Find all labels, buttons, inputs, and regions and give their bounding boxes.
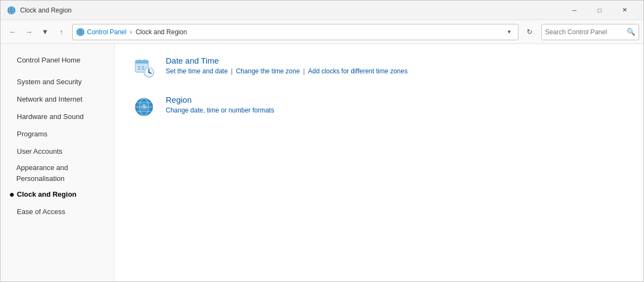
title-bar-icon — [7, 6, 16, 15]
refresh-button[interactable]: ↻ — [522, 24, 537, 40]
breadcrumb-control-panel[interactable]: Control Panel — [87, 28, 127, 36]
date-time-content: Date and Time Set the time and date | Ch… — [166, 55, 408, 75]
region-section: Region Change date, time or number forma… — [131, 94, 627, 120]
add-clocks-link[interactable]: Add clocks for different time zones — [308, 67, 408, 75]
window: Clock and Region ─ □ ✕ ← → ▼ ↑ Control — [0, 0, 644, 282]
search-input[interactable] — [545, 28, 627, 36]
search-icon: 🔍 — [627, 28, 635, 36]
sidebar-item-programs[interactable]: Programs — [1, 126, 114, 143]
sidebar-item-appearance[interactable]: Appearance and Personalisation — [1, 160, 114, 186]
title-bar-title: Clock and Region — [20, 7, 562, 14]
region-content: Region Change date, time or number forma… — [166, 94, 274, 114]
address-dropdown-button[interactable]: ▼ — [504, 24, 515, 40]
breadcrumb-sep1: › — [130, 28, 134, 36]
main-content: Control Panel Home System and Security N… — [1, 44, 643, 281]
date-time-section: Date and Time Set the time and date | Ch… — [131, 55, 627, 81]
sidebar-item-home[interactable]: Control Panel Home — [1, 52, 114, 69]
svg-rect-11 — [135, 60, 148, 64]
forward-button[interactable]: → — [21, 24, 36, 40]
sidebar-item-clock-region[interactable]: ● Clock and Region — [1, 186, 114, 203]
minimize-button[interactable]: ─ — [562, 2, 587, 18]
title-bar-controls: ─ □ ✕ — [562, 2, 637, 18]
content-area: Date and Time Set the time and date | Ch… — [115, 44, 643, 281]
maximize-button[interactable]: □ — [587, 2, 612, 18]
sidebar-item-hardware-sound[interactable]: Hardware and Sound — [1, 108, 114, 126]
address-globe-icon — [76, 28, 85, 36]
sidebar-item-system-security[interactable]: System and Security — [1, 73, 114, 91]
change-time-zone-link[interactable]: Change the time zone — [236, 67, 299, 75]
svg-rect-16 — [139, 59, 140, 62]
svg-point-21 — [148, 72, 149, 73]
toolbar: ← → ▼ ↑ Control Panel › Clock and Region… — [1, 20, 643, 44]
region-icon — [131, 94, 157, 120]
title-bar: Clock and Region ─ □ ✕ — [1, 1, 643, 20]
sidebar-item-network-internet[interactable]: Network and Internet — [1, 91, 114, 108]
back-button[interactable]: ← — [5, 24, 20, 40]
region-title[interactable]: Region — [166, 95, 274, 104]
up-button[interactable]: ↑ — [54, 24, 69, 40]
recent-locations-button[interactable]: ▼ — [37, 24, 53, 40]
date-time-title[interactable]: Date and Time — [166, 56, 408, 65]
search-box: 🔍 — [541, 24, 639, 40]
set-time-date-link[interactable]: Set the time and date — [166, 67, 228, 75]
date-time-icon — [131, 55, 157, 81]
breadcrumb-current: Clock and Region — [135, 28, 187, 36]
address-bar[interactable]: Control Panel › Clock and Region ▼ — [72, 24, 518, 40]
close-button[interactable]: ✕ — [612, 2, 637, 18]
region-links: Change date, time or number formats — [166, 106, 274, 114]
date-time-links: Set the time and date | Change the time … — [166, 67, 408, 75]
change-formats-link[interactable]: Change date, time or number formats — [166, 106, 274, 114]
svg-rect-17 — [143, 59, 145, 62]
breadcrumb: Control Panel › Clock and Region — [87, 28, 504, 36]
sidebar: Control Panel Home System and Security N… — [1, 44, 115, 281]
sidebar-item-user-accounts[interactable]: User Accounts — [1, 143, 114, 160]
sidebar-item-ease-of-access[interactable]: Ease of Access — [1, 203, 114, 221]
